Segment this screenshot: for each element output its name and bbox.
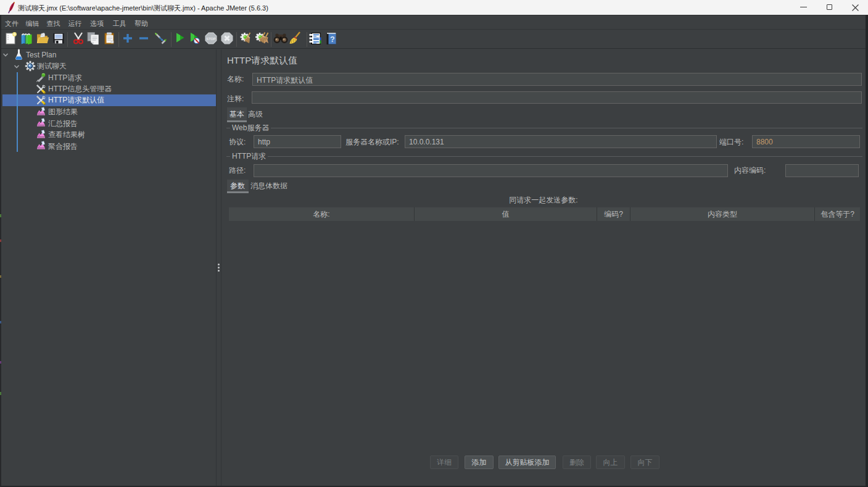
svg-text:STOP: STOP	[207, 37, 216, 41]
svg-text:?: ?	[330, 35, 335, 44]
